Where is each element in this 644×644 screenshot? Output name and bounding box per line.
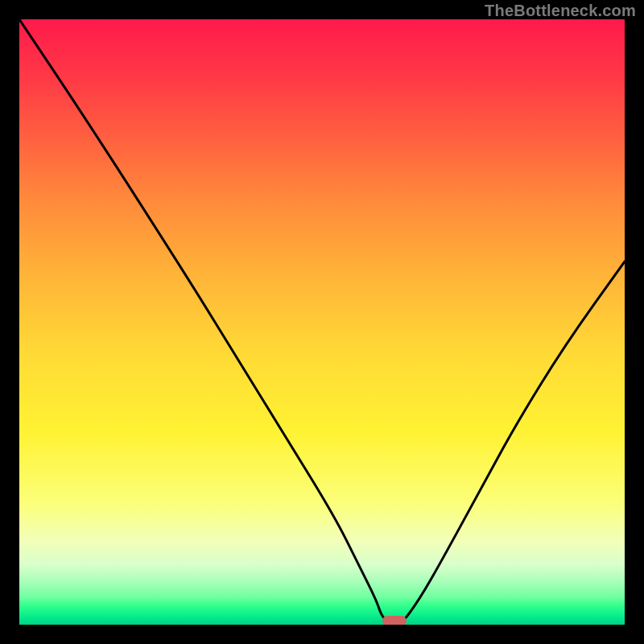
plot-area — [19, 19, 625, 625]
bottleneck-curve — [19, 19, 625, 625]
chart-frame: TheBottleneck.com — [0, 0, 644, 644]
curve-layer — [19, 19, 625, 625]
watermark-text: TheBottleneck.com — [485, 2, 636, 20]
optimal-point-marker — [382, 616, 407, 625]
